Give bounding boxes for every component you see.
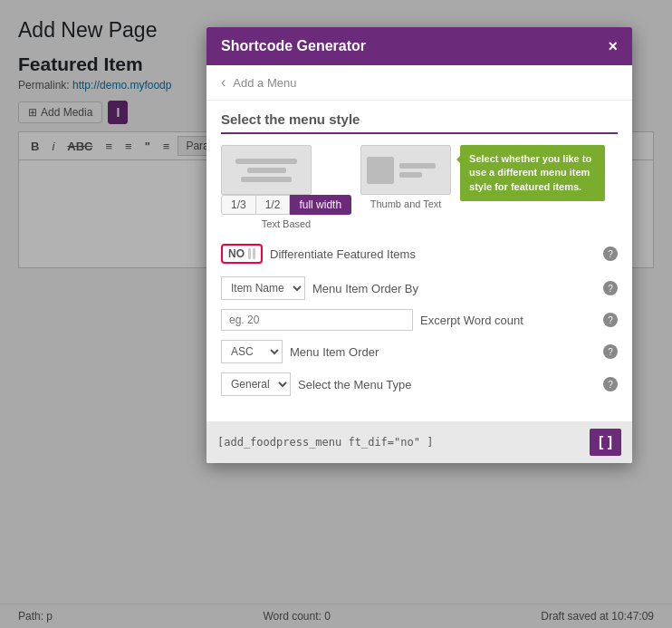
toggle-no-button[interactable]: NO <box>221 244 263 264</box>
thumb-line-1 <box>399 163 436 169</box>
differentiate-row: NO Differentiate Featured Items ? <box>221 240 618 267</box>
item-name-select[interactable]: Item Name <box>221 276 305 300</box>
differentiate-label: Differentiate Featured Items <box>270 247 596 261</box>
order-help-icon[interactable]: ? <box>603 344 618 359</box>
tooltip-text: Select whether you like to use a differe… <box>469 153 591 192</box>
size-btn-third[interactable]: 1/3 <box>221 195 256 215</box>
order-label: Menu Item Order <box>290 345 596 359</box>
tooltip-green: Select whether you like to use a differe… <box>460 145 605 201</box>
thumb-line-2 <box>399 172 422 178</box>
preview-line-3 <box>241 177 292 182</box>
order-row: ASC DESC Menu Item Order ? <box>221 340 618 363</box>
style-option-thumb: Thumb and Text <box>360 145 451 209</box>
toggle-bar-1 <box>248 248 251 259</box>
nav-label: Add a Menu <box>233 76 296 90</box>
toggle-bar-2 <box>253 248 255 259</box>
differentiate-help-icon[interactable]: ? <box>603 246 618 261</box>
order-select[interactable]: ASC DESC <box>221 340 283 363</box>
excerpt-help-icon[interactable]: ? <box>603 313 618 327</box>
text-based-label: Text Based <box>221 218 351 229</box>
menu-type-label: Select the Menu Type <box>298 378 596 391</box>
thumb-icon <box>367 157 394 184</box>
size-buttons: 1/3 1/2 full width <box>221 195 351 215</box>
menu-type-row: General Select the Menu Type ? <box>221 372 618 396</box>
menu-type-select[interactable]: General <box>221 372 291 396</box>
modal-section: Select the menu style 1/3 1/2 full width… <box>206 101 632 416</box>
toggle-handle <box>248 248 255 259</box>
order-by-help-icon[interactable]: ? <box>603 281 618 295</box>
order-by-row: Item Name Menu Item Order By ? <box>221 276 618 300</box>
modal-body: ‹ Add a Menu Select the menu style 1/3 1… <box>206 65 632 463</box>
text-based-preview[interactable] <box>221 145 312 195</box>
modal-nav: ‹ Add a Menu <box>206 65 632 101</box>
thumb-text-label: Thumb and Text <box>360 198 451 209</box>
preview-line-2 <box>247 168 286 173</box>
shortcode-copy-button[interactable]: [ ] <box>590 429 621 456</box>
section-title: Select the menu style <box>221 111 618 134</box>
thumb-text-preview[interactable] <box>360 145 451 195</box>
excerpt-label: Excerpt Word count <box>420 314 596 327</box>
toggle-no-label: NO <box>228 247 245 260</box>
menu-type-help-icon[interactable]: ? <box>603 377 618 391</box>
modal-close-button[interactable]: × <box>608 38 618 54</box>
size-btn-half[interactable]: 1/2 <box>256 195 291 215</box>
modal-header: Shortcode Generator × <box>206 27 632 65</box>
shortcode-bar: [add_foodpress_menu ft_dif="no" ] [ ] <box>206 421 632 463</box>
order-by-label: Menu Item Order By <box>312 282 596 295</box>
nav-back-icon[interactable]: ‹ <box>221 74 226 91</box>
excerpt-input[interactable] <box>221 309 413 331</box>
excerpt-row: Excerpt Word count ? <box>221 309 618 331</box>
shortcode-generator-modal: Shortcode Generator × ‹ Add a Menu Selec… <box>206 27 632 463</box>
modal-title: Shortcode Generator <box>221 38 366 54</box>
shortcode-text: [add_foodpress_menu ft_dif="no" ] <box>217 436 433 449</box>
size-btn-full[interactable]: full width <box>290 195 351 215</box>
style-option-text: 1/3 1/2 full width Text Based <box>221 145 351 229</box>
preview-line-1 <box>235 159 298 164</box>
style-selector: 1/3 1/2 full width Text Based Thumb <box>221 145 618 229</box>
